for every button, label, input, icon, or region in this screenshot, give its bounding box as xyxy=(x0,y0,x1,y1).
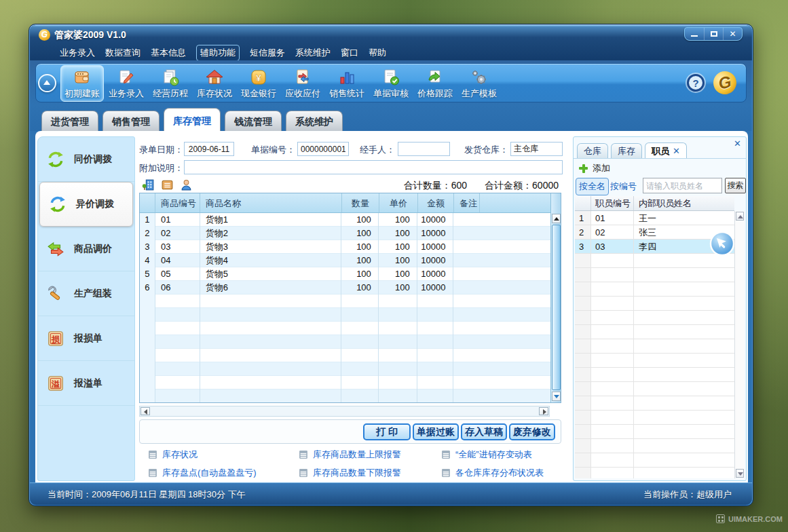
search-button[interactable]: 搜索 xyxy=(725,178,746,193)
staff-row-empty[interactable] xyxy=(575,354,734,368)
sidebar-item-same-price-transfer[interactable]: 同价调拨 xyxy=(38,137,134,182)
resize-grip[interactable] xyxy=(740,493,749,501)
tab-maintenance[interactable]: 系统维护 xyxy=(286,111,343,131)
table-row-empty[interactable] xyxy=(140,390,550,403)
table-row[interactable]: 505货物510010010000 xyxy=(140,267,550,281)
toolbar-item-cash-bank[interactable]: ¥ 现金银行 xyxy=(237,65,280,102)
sidebar-item-price-adjust[interactable]: 商品调价 xyxy=(38,227,134,271)
tab-inventory[interactable]: 库存管理 xyxy=(164,108,221,131)
toolbar-item-sales-stats[interactable]: 销售统计 xyxy=(325,65,369,102)
scroll-down-button[interactable] xyxy=(552,392,561,401)
tab-purchase[interactable]: 进货管理 xyxy=(41,111,98,131)
menu-item[interactable]: 基本信息 xyxy=(151,47,186,59)
tab-cashflow[interactable]: 钱流管理 xyxy=(225,111,282,131)
rp-tab-warehouse[interactable]: 仓库 xyxy=(577,143,608,158)
link-inventory-status[interactable]: 库存状况 xyxy=(148,449,198,461)
table-row-empty[interactable] xyxy=(140,335,550,349)
handler-input[interactable] xyxy=(398,142,450,156)
vertical-scrollbar[interactable] xyxy=(550,193,561,402)
toolbar-item-history[interactable]: 经营历程 xyxy=(149,65,192,102)
table-row-empty[interactable] xyxy=(140,376,550,390)
table-row-empty[interactable] xyxy=(140,294,550,308)
table-row-empty[interactable] xyxy=(140,349,550,362)
staff-row-empty[interactable] xyxy=(575,425,734,439)
menu-item[interactable]: 短信服务 xyxy=(250,47,285,59)
note-input[interactable] xyxy=(184,160,563,174)
panel-close-button[interactable]: ✕ xyxy=(734,138,741,149)
staff-row-empty[interactable] xyxy=(575,311,734,325)
staff-scroll-up[interactable] xyxy=(736,212,744,221)
menu-item[interactable]: 帮助 xyxy=(369,47,386,59)
doc-no-input[interactable] xyxy=(297,142,349,156)
menu-item[interactable]: 窗口 xyxy=(341,47,358,59)
staff-row-empty[interactable] xyxy=(575,368,734,382)
voucher-icon[interactable] xyxy=(161,178,174,191)
sidebar-item-loss-report[interactable]: 损 报损单 xyxy=(38,316,134,361)
menu-item[interactable]: 系统维护 xyxy=(295,47,331,59)
table-row-empty[interactable] xyxy=(140,308,550,322)
staff-row-empty[interactable] xyxy=(575,468,734,478)
staff-row-empty[interactable] xyxy=(575,382,734,396)
save-draft-button[interactable]: 存入草稿 xyxy=(461,423,507,440)
scroll-left-button[interactable] xyxy=(140,407,150,415)
table-row[interactable]: 101货物110010010000 xyxy=(140,213,550,227)
filter-by-code[interactable]: 按编号 xyxy=(610,180,637,193)
link-omnipotent-report[interactable]: “全能”进销存变动表 xyxy=(441,449,532,461)
table-row[interactable]: 404货物410010010000 xyxy=(140,254,550,267)
close-button[interactable]: ✕ xyxy=(723,28,742,40)
table-row-empty[interactable] xyxy=(140,322,550,335)
horizontal-scrollbar[interactable] xyxy=(139,406,550,417)
toolbar-item-price-tracking[interactable]: 价格跟踪 xyxy=(413,65,457,102)
warehouse-picker-icon[interactable] xyxy=(142,178,155,191)
link-lower-limit-alert[interactable]: 库存商品数量下限报警 xyxy=(299,467,401,479)
toolbar-item-doc-review[interactable]: 单据审核 xyxy=(369,65,413,102)
link-stocktake[interactable]: 库存盘点(自动盘盈盘亏) xyxy=(148,467,257,479)
staff-row-empty[interactable] xyxy=(575,411,734,425)
staff-row-empty[interactable] xyxy=(575,339,734,354)
toolbar-item-inventory-status[interactable]: 库存状况 xyxy=(193,65,236,102)
rp-tab-staff[interactable]: 职员✕ xyxy=(645,142,687,158)
staff-row-empty[interactable] xyxy=(575,297,734,311)
warehouse-input[interactable] xyxy=(510,142,563,156)
table-row[interactable]: 606货物610010010000 xyxy=(140,281,550,294)
help-button[interactable]: ? xyxy=(687,74,705,92)
toolbar-item-receivable-payable[interactable]: 应收应付 xyxy=(281,65,324,102)
staff-row-empty[interactable] xyxy=(575,282,734,297)
link-warehouse-distribution[interactable]: 各仓库库存分布状况表 xyxy=(441,467,544,479)
sidebar-item-diff-price-transfer[interactable]: 异价调拨 xyxy=(39,182,133,227)
tab-sales[interactable]: 销售管理 xyxy=(102,111,160,131)
maximize-button[interactable] xyxy=(704,28,723,40)
staff-row-empty[interactable] xyxy=(575,453,734,468)
scrollbar-thumb[interactable] xyxy=(552,225,561,390)
scroll-up-button[interactable] xyxy=(552,214,561,223)
sidebar-item-production-assembly[interactable]: 生产组装 xyxy=(38,271,134,316)
rp-tab-inventory[interactable]: 库存 xyxy=(611,143,642,158)
table-row[interactable]: 202货物210010010000 xyxy=(140,227,550,240)
minimize-button[interactable] xyxy=(685,28,704,40)
sidebar-item-overflow-report[interactable]: 溢 报溢单 xyxy=(38,361,134,406)
staff-scrollbar[interactable] xyxy=(734,211,745,478)
staff-row-empty[interactable] xyxy=(575,439,734,453)
staff-row[interactable]: 101王一 xyxy=(575,211,734,225)
menu-item[interactable]: 业务录入 xyxy=(60,47,95,59)
discard-button[interactable]: 废弃修改 xyxy=(509,423,555,440)
post-button[interactable]: 单据过账 xyxy=(413,423,459,440)
staff-row-empty[interactable] xyxy=(575,396,734,411)
staff-scroll-down[interactable] xyxy=(736,469,744,478)
staff-row-empty[interactable] xyxy=(575,325,734,339)
staff-search-input[interactable] xyxy=(643,178,722,193)
print-button[interactable]: 打 印 xyxy=(363,423,411,440)
toolbar-item-initial-setup[interactable]: 初期建账 xyxy=(60,65,104,102)
link-upper-limit-alert[interactable]: 库存商品数量上限报警 xyxy=(299,449,401,461)
table-row-empty[interactable] xyxy=(140,362,550,376)
person-icon[interactable] xyxy=(180,178,193,191)
scroll-right-button[interactable] xyxy=(539,407,548,415)
tab-close-icon[interactable]: ✕ xyxy=(673,146,680,156)
menu-item-active[interactable]: 辅助功能 xyxy=(196,45,240,61)
menu-item[interactable]: 数据查询 xyxy=(105,47,140,59)
table-row[interactable]: 303货物310010010000 xyxy=(140,240,550,254)
filter-by-name[interactable]: 按全名 xyxy=(576,178,609,195)
toolbar-item-production-template[interactable]: 生产模板 xyxy=(457,65,501,102)
staff-row-empty[interactable] xyxy=(575,268,734,282)
date-input[interactable] xyxy=(184,142,234,156)
